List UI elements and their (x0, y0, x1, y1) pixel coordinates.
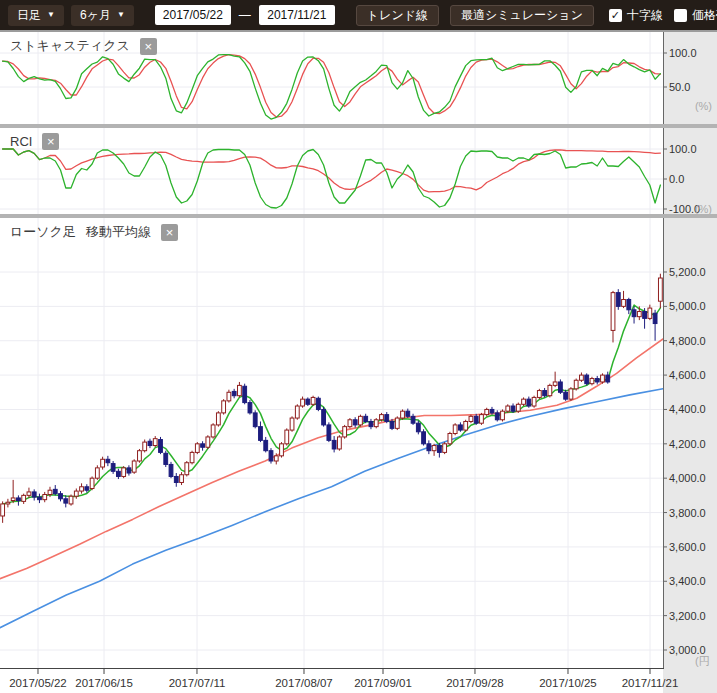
close-icon[interactable]: × (140, 38, 157, 55)
svg-text:2017/08/07: 2017/08/07 (275, 677, 333, 689)
chevron-down-icon: ▼ (117, 11, 125, 19)
period-dropdown-label: 日足 (17, 7, 41, 24)
svg-text:3,600.0: 3,600.0 (669, 541, 706, 553)
stochastics-panel: 100.050.0(%) ストキャスティクス × (0, 32, 717, 124)
moving-average-title: 移動平均線 (86, 223, 151, 241)
svg-text:5,200.0: 5,200.0 (669, 266, 706, 278)
price-band-checkbox-label: 価格帯 (692, 7, 717, 24)
range-dropdown-label: 6ヶ月 (80, 7, 111, 24)
trendline-button[interactable]: トレンド線 (356, 5, 439, 26)
svg-text:4,600.0: 4,600.0 (669, 369, 706, 381)
candlestick-chart[interactable]: 5,200.05,000.04,800.04,600.04,400.04,200… (0, 218, 717, 668)
svg-text:(%): (%) (695, 100, 712, 112)
svg-text:2017/11/21: 2017/11/21 (622, 677, 679, 689)
svg-text:0.0: 0.0 (669, 173, 684, 185)
svg-text:(円: (円 (695, 655, 710, 667)
svg-text:100.0: 100.0 (669, 47, 697, 59)
candlestick-title: ローソク足 (10, 223, 76, 241)
checkbox-icon: ✓ (609, 9, 622, 22)
svg-text:2017/09/01: 2017/09/01 (354, 677, 412, 689)
candlestick-panel: 5,200.05,000.04,800.04,600.04,400.04,200… (0, 218, 717, 668)
date-from-input[interactable] (155, 5, 231, 25)
x-axis: 2017/05/222017/06/152017/07/112017/08/07… (0, 668, 717, 693)
svg-text:4,400.0: 4,400.0 (669, 403, 706, 415)
svg-text:4,200.0: 4,200.0 (669, 438, 706, 450)
price-band-checkbox[interactable]: 価格帯 (674, 7, 717, 24)
crosshair-checkbox-label: 十字線 (627, 7, 663, 24)
svg-text:5,000.0: 5,000.0 (669, 300, 706, 312)
svg-text:4,800.0: 4,800.0 (669, 335, 706, 347)
stochastics-panel-title: ストキャスティクス (10, 37, 130, 55)
checkbox-icon (674, 9, 687, 22)
svg-text:2017/06/15: 2017/06/15 (75, 677, 133, 689)
svg-text:3,400.0: 3,400.0 (669, 575, 706, 587)
chart-application: 日足 ▼ 6ヶ月 ▼ — トレンド線 最適シミュレーション ✓ 十字線 価格帯 … (0, 0, 717, 693)
candlestick-panel-header: ローソク足 移動平均線 × (10, 223, 178, 241)
close-icon[interactable]: × (161, 224, 178, 241)
date-to-input[interactable] (259, 5, 335, 25)
stochastics-panel-header: ストキャスティクス × (10, 37, 157, 55)
optimal-simulation-button[interactable]: 最適シミュレーション (450, 5, 594, 26)
close-icon[interactable]: × (42, 133, 59, 150)
toolbar: 日足 ▼ 6ヶ月 ▼ — トレンド線 最適シミュレーション ✓ 十字線 価格帯 … (0, 0, 717, 30)
svg-text:2017/07/11: 2017/07/11 (169, 677, 226, 689)
rci-panel-title: RCI (10, 134, 32, 149)
svg-text:2017/05/22: 2017/05/22 (9, 677, 67, 689)
svg-text:2017/10/25: 2017/10/25 (539, 677, 597, 689)
rci-panel-header: RCI × (10, 133, 59, 150)
rci-panel: 100.00.0-100.0(%) RCI × (0, 128, 717, 214)
date-range-separator: — (239, 8, 251, 22)
svg-text:2017/09/28: 2017/09/28 (446, 677, 504, 689)
svg-text:50.0: 50.0 (669, 81, 690, 93)
svg-text:3,200.0: 3,200.0 (669, 610, 706, 622)
rci-chart[interactable]: 100.00.0-100.0(%) (0, 128, 717, 214)
chevron-down-icon: ▼ (47, 11, 55, 19)
period-dropdown[interactable]: 日足 ▼ (8, 5, 64, 26)
svg-text:(%): (%) (695, 203, 712, 214)
svg-text:100.0: 100.0 (669, 143, 697, 155)
crosshair-checkbox[interactable]: ✓ 十字線 (609, 7, 663, 24)
svg-text:3,800.0: 3,800.0 (669, 507, 706, 519)
svg-text:4,000.0: 4,000.0 (669, 472, 706, 484)
range-dropdown[interactable]: 6ヶ月 ▼ (71, 5, 134, 26)
